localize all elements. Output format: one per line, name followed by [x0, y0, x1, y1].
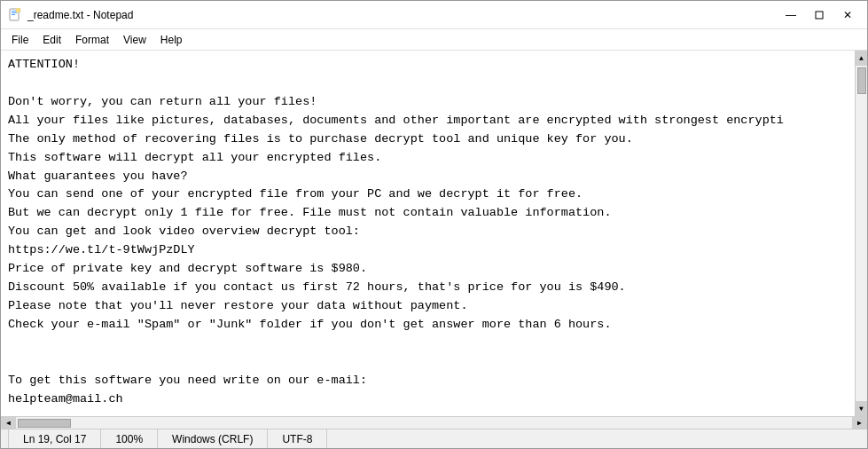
horizontal-scrollbar[interactable]: ◀ ▶	[1, 416, 867, 429]
svg-rect-3	[12, 14, 15, 15]
scroll-thumb[interactable]	[857, 67, 866, 94]
line-ending: Windows (CRLF)	[158, 429, 268, 448]
window-title: _readme.txt - Notepad	[27, 9, 133, 21]
h-scroll-thumb[interactable]	[18, 419, 71, 428]
minimize-button[interactable]: —	[778, 6, 803, 24]
maximize-button[interactable]	[807, 6, 832, 24]
text-editor[interactable]: ATTENTION! Don't worry, you can return a…	[1, 51, 867, 416]
notepad-icon	[8, 8, 22, 22]
scroll-right-arrow[interactable]: ▶	[852, 417, 867, 429]
editor-area: ATTENTION! Don't worry, you can return a…	[1, 51, 867, 416]
notepad-window: _readme.txt - Notepad — ✕ File Edit Form…	[0, 0, 868, 449]
scroll-down-arrow[interactable]: ▼	[856, 401, 868, 416]
svg-rect-5	[816, 12, 823, 19]
close-button[interactable]: ✕	[835, 6, 860, 24]
zoom-level: 100%	[101, 429, 158, 448]
scroll-left-arrow[interactable]: ◀	[1, 417, 16, 429]
menu-edit[interactable]: Edit	[35, 32, 68, 48]
scroll-up-arrow[interactable]: ▲	[856, 51, 868, 66]
menu-help[interactable]: Help	[153, 32, 190, 48]
title-bar-left: _readme.txt - Notepad	[8, 8, 133, 22]
menu-format[interactable]: Format	[68, 32, 116, 48]
menu-view[interactable]: View	[116, 32, 153, 48]
title-bar: _readme.txt - Notepad — ✕	[1, 1, 867, 29]
menu-bar: File Edit Format View Help	[1, 29, 867, 51]
h-scroll-track	[16, 417, 852, 429]
encoding: UTF-8	[268, 429, 327, 448]
cursor-position: Ln 19, Col 17	[8, 429, 101, 448]
vertical-scrollbar[interactable]: ▲ ▼	[855, 51, 867, 416]
menu-file[interactable]: File	[4, 32, 35, 48]
title-bar-controls: — ✕	[778, 6, 860, 24]
status-bar: Ln 19, Col 17 100% Windows (CRLF) UTF-8	[1, 429, 867, 448]
